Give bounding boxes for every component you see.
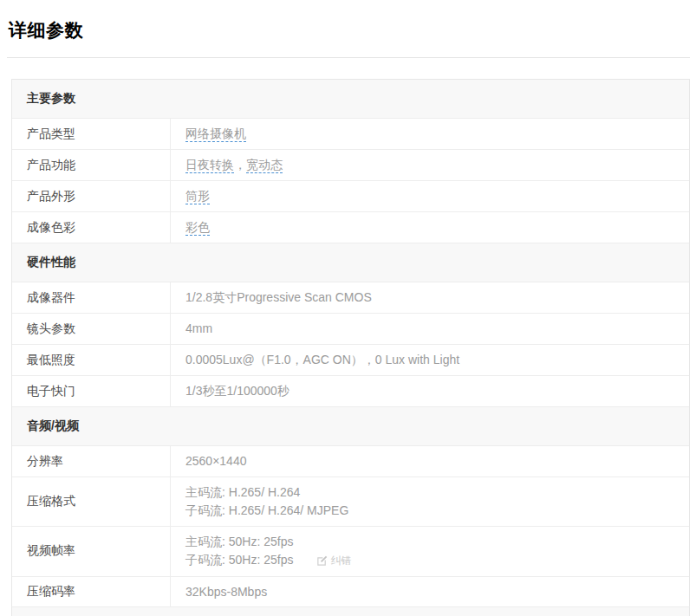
spec-table: 主要参数产品类型网络摄像机产品功能日夜转换，宽动态产品外形筒形成像色彩彩色硬件性… xyxy=(11,79,690,608)
spec-label: 成像色彩 xyxy=(12,212,171,243)
spec-label: 产品功能 xyxy=(12,150,171,180)
spec-value-text: ， xyxy=(234,158,246,172)
spec-value: 彩色 xyxy=(171,212,689,243)
spec-label: 镜头参数 xyxy=(12,314,171,344)
spec-row: 视频帧率主码流: 50Hz: 25fps子码流: 50Hz: 25fps纠错 xyxy=(12,527,689,577)
spec-value: 网络摄像机 xyxy=(171,119,689,149)
spec-value-link[interactable]: 网络摄像机 xyxy=(185,126,246,142)
spec-value-text: 1/3秒至1/100000秒 xyxy=(185,384,289,398)
section-header-title: 音频/视频 xyxy=(27,418,79,434)
spec-value-text: 32Kbps-8Mbps xyxy=(185,585,267,599)
spec-value-line: 彩色 xyxy=(185,218,689,237)
spec-value-link[interactable]: 日夜转换 xyxy=(185,158,234,173)
spec-row: 产品外形筒形 xyxy=(12,181,689,212)
spec-value: 32Kbps-8Mbps xyxy=(171,577,689,607)
spec-value-text: 1/2.8英寸Progressive Scan CMOS xyxy=(185,290,372,304)
spec-value-text: 主码流: 50Hz: 25fps xyxy=(185,535,294,548)
spec-label: 视频帧率 xyxy=(12,527,171,576)
spec-row: 分辨率2560×1440 xyxy=(12,446,689,477)
spec-value-line: 子码流: H.265/ H.264/ MJPEG xyxy=(185,502,689,520)
spec-value: 4mm xyxy=(171,314,689,344)
spec-value-text: 4mm xyxy=(185,321,212,335)
spec-value-text: 子码流: H.265/ H.264/ MJPEG xyxy=(185,503,348,517)
spec-value: 日夜转换，宽动态 xyxy=(171,150,689,180)
spec-label: 产品类型 xyxy=(12,119,171,149)
spec-value: 主码流: 50Hz: 25fps子码流: 50Hz: 25fps纠错 xyxy=(171,527,689,576)
spec-value-line: 主码流: H.265/ H.264 xyxy=(185,483,689,502)
spec-value-text: 子码流: 50Hz: 25fps xyxy=(185,553,294,567)
spec-row: 产品类型网络摄像机 xyxy=(12,119,689,150)
spec-row: 压缩格式主码流: H.265/ H.264子码流: H.265/ H.264/ … xyxy=(12,477,689,527)
section-header-title: 硬件性能 xyxy=(27,255,75,270)
spec-value-line: 日夜转换，宽动态 xyxy=(185,156,689,174)
spec-value-line: 1/2.8英寸Progressive Scan CMOS xyxy=(185,289,689,307)
spec-value-link[interactable]: 筒形 xyxy=(185,189,210,204)
spec-value-text: 0.0005Lux@（F1.0，AGC ON），0 Lux with Light xyxy=(185,353,459,366)
title-divider xyxy=(7,57,690,58)
page-title: 详细参数 xyxy=(9,18,83,42)
spec-value: 主码流: H.265/ H.264子码流: H.265/ H.264/ MJPE… xyxy=(171,477,689,526)
spec-value-line: 4mm xyxy=(185,320,689,338)
section-header: 音频/视频 xyxy=(12,407,689,446)
spec-value-link[interactable]: 宽动态 xyxy=(246,158,283,173)
spec-value-line: 网络摄像机 xyxy=(185,125,689,143)
spec-label: 成像器件 xyxy=(12,282,171,313)
spec-value: 筒形 xyxy=(171,181,689,211)
spec-row: 产品功能日夜转换，宽动态 xyxy=(12,150,689,181)
spec-row: 电子快门1/3秒至1/100000秒 xyxy=(12,376,689,407)
spec-value-line: 筒形 xyxy=(185,187,689,205)
spec-value-link[interactable]: 彩色 xyxy=(185,220,210,236)
spec-label: 产品外形 xyxy=(12,181,171,211)
spec-label: 电子快门 xyxy=(12,376,171,406)
spec-label: 压缩码率 xyxy=(12,577,171,607)
spec-value-line: 子码流: 50Hz: 25fps纠错 xyxy=(185,551,689,570)
spec-row: 最低照度0.0005Lux@（F1.0，AGC ON），0 Lux with L… xyxy=(12,345,689,376)
spec-label: 最低照度 xyxy=(12,345,171,375)
spec-value-line: 1/3秒至1/100000秒 xyxy=(185,382,689,400)
spec-row: 成像器件1/2.8英寸Progressive Scan CMOS xyxy=(12,282,689,314)
spec-row: 成像色彩彩色 xyxy=(12,212,689,243)
pencil-square-icon xyxy=(316,555,328,567)
section-header: 主要参数 xyxy=(12,80,689,119)
correction-label: 纠错 xyxy=(331,552,352,570)
spec-value: 2560×1440 xyxy=(171,446,689,477)
spec-label: 分辨率 xyxy=(12,446,171,477)
correction-link[interactable]: 纠错 xyxy=(316,552,352,570)
spec-value: 1/2.8英寸Progressive Scan CMOS xyxy=(171,282,689,313)
spec-value-text: 2560×1440 xyxy=(185,454,246,468)
spec-row: 压缩码率32Kbps-8Mbps xyxy=(12,577,689,608)
section-header-title: 主要参数 xyxy=(27,91,75,107)
spec-value-line: 主码流: 50Hz: 25fps xyxy=(185,533,689,551)
spec-label: 压缩格式 xyxy=(12,477,171,526)
section-header: 硬件性能 xyxy=(12,243,689,282)
spec-value-line: 0.0005Lux@（F1.0，AGC ON），0 Lux with Light xyxy=(185,351,689,369)
spec-row: 镜头参数4mm xyxy=(12,314,689,345)
spec-value-line: 2560×1440 xyxy=(185,452,689,470)
spec-value: 0.0005Lux@（F1.0，AGC ON），0 Lux with Light xyxy=(171,345,689,375)
spec-value-line: 32Kbps-8Mbps xyxy=(185,583,689,601)
spec-value-text: 主码流: H.265/ H.264 xyxy=(185,485,300,499)
next-section-partial-header xyxy=(11,606,690,616)
spec-value: 1/3秒至1/100000秒 xyxy=(171,376,689,406)
